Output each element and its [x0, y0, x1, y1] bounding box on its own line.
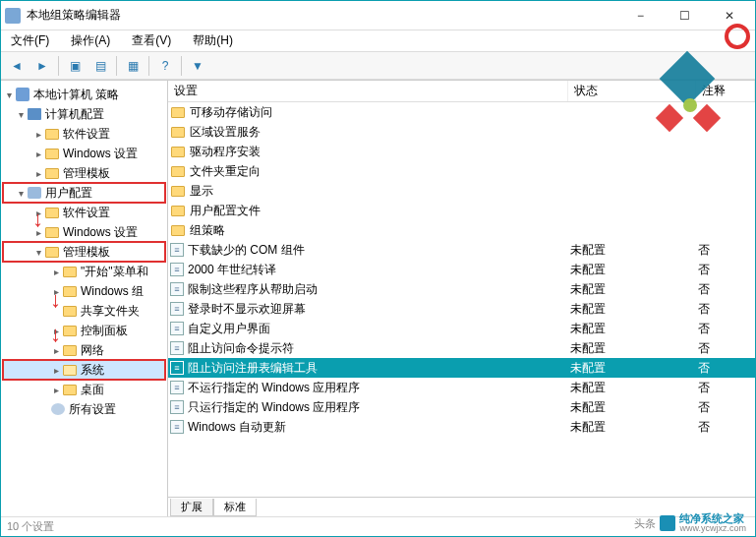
list-setting-row[interactable]: ≡登录时不显示欢迎屏幕未配置否	[168, 299, 755, 319]
list-setting-row[interactable]: ≡阻止访问注册表编辑工具未配置否	[168, 358, 755, 378]
tree-label: 计算机配置	[45, 106, 104, 123]
row-label: 阻止访问注册表编辑工具	[188, 360, 570, 377]
list-setting-row[interactable]: ≡限制这些程序从帮助启动未配置否	[168, 279, 755, 299]
expand-icon[interactable]: ▸	[50, 365, 62, 376]
tree-start-menu[interactable]: ▸ "开始"菜单和	[3, 262, 165, 281]
list-panel: 设置 状态 注释 可移动存储访问区域设置服务驱动程序安装文件夹重定向显示用户配置…	[168, 81, 755, 516]
row-comment: 否	[698, 399, 755, 416]
expand-icon[interactable]: ▸	[50, 286, 62, 297]
folder-icon	[62, 323, 78, 338]
row-label: 组策略	[190, 222, 570, 239]
tree-computer-config[interactable]: ▾ 计算机配置	[3, 104, 165, 124]
folder-icon	[170, 203, 186, 218]
menu-file[interactable]: 文件(F)	[7, 30, 53, 51]
expand-icon[interactable]: ▾	[15, 188, 27, 199]
row-label: 下载缺少的 COM 组件	[188, 242, 570, 259]
expand-icon[interactable]: ▸	[50, 385, 62, 395]
column-comment[interactable]: 注释	[696, 81, 755, 101]
list-folder-row[interactable]: 文件夹重定向	[168, 161, 755, 181]
tree-windows-comp[interactable]: ▸ Windows 组	[3, 281, 165, 301]
row-label: 登录时不显示欢迎屏幕	[188, 301, 570, 318]
tree-system[interactable]: ▸ 系统	[3, 360, 165, 380]
row-state: 未配置	[570, 399, 698, 416]
tree-control-panel[interactable]: ▸ 控制面板	[3, 321, 165, 340]
toutiao-label: 头条	[634, 516, 656, 531]
footer-url: www.ycwjxz.com	[679, 524, 746, 533]
list-folder-row[interactable]: 用户配置文件	[168, 201, 755, 220]
list-folder-row[interactable]: 区域设置服务	[168, 122, 755, 142]
expand-icon[interactable]: ▸	[32, 227, 44, 238]
list-folder-row[interactable]: 驱动程序安装	[168, 142, 755, 161]
column-setting[interactable]: 设置	[168, 81, 568, 101]
list-folder-row[interactable]: 可移动存储访问	[168, 102, 755, 122]
expand-icon[interactable]: ▸	[50, 267, 62, 277]
row-comment: 否	[698, 380, 755, 396]
tree-uc-templates[interactable]: ▾ 管理模板	[3, 242, 165, 262]
menu-view[interactable]: 查看(V)	[128, 30, 175, 51]
properties-button[interactable]: ▦	[121, 55, 145, 77]
up-button[interactable]: ▣	[63, 55, 87, 77]
setting-icon: ≡	[170, 322, 184, 335]
setting-icon: ≡	[170, 400, 184, 414]
annotation-circle-icon	[725, 24, 750, 49]
expand-icon[interactable]: ▸	[32, 149, 44, 159]
content-area: ▾ 本地计算机 策略 ▾ 计算机配置 ▸ 软件设置 ▸ Windows 设置 ▸	[1, 80, 755, 516]
list-setting-row[interactable]: ≡自定义用户界面未配置否	[168, 319, 755, 338]
expand-icon[interactable]: ▸	[32, 129, 44, 140]
expand-icon[interactable]: ▸	[32, 208, 44, 218]
title-bar: 本地组策略编辑器 − ☐ ✕	[1, 1, 755, 30]
tree-cc-templates[interactable]: ▸ 管理模板	[3, 163, 165, 183]
tree-cc-windows[interactable]: ▸ Windows 设置	[3, 144, 165, 163]
expand-icon[interactable]: ▸	[32, 168, 44, 179]
help-button[interactable]: ?	[153, 55, 177, 77]
row-state: 未配置	[570, 301, 698, 318]
tree-shared-folders[interactable]: 共享文件夹	[3, 301, 165, 321]
expand-icon[interactable]: ▸	[50, 345, 62, 356]
list-folder-row[interactable]: 显示	[168, 181, 755, 201]
tree-uc-windows[interactable]: ▸ Windows 设置	[3, 222, 165, 242]
expand-icon[interactable]: ▾	[32, 247, 44, 258]
tree-user-config[interactable]: ▾ 用户配置	[3, 183, 165, 203]
tree-label: 管理模板	[63, 244, 110, 261]
maximize-button[interactable]: ☐	[663, 2, 707, 30]
list-setting-row[interactable]: ≡只运行指定的 Windows 应用程序未配置否	[168, 397, 755, 417]
toolbar: ◄ ► ▣ ▤ ▦ ? ▼	[1, 52, 755, 80]
menu-help[interactable]: 帮助(H)	[189, 30, 237, 51]
list-setting-row[interactable]: ≡Windows 自动更新未配置否	[168, 417, 755, 437]
list-setting-row[interactable]: ≡2000 年世纪转译未配置否	[168, 260, 755, 279]
minimize-button[interactable]: −	[618, 2, 663, 30]
tree-label: 控制面板	[81, 323, 128, 339]
row-label: 2000 年世纪转译	[188, 262, 570, 278]
filter-button[interactable]: ▼	[186, 55, 209, 77]
setting-icon: ≡	[170, 243, 184, 257]
list-setting-row[interactable]: ≡不运行指定的 Windows 应用程序未配置否	[168, 378, 755, 397]
column-state[interactable]: 状态	[568, 81, 696, 101]
tree-label: 本地计算机 策略	[33, 87, 119, 103]
tree-cc-software[interactable]: ▸ 软件设置	[3, 124, 165, 144]
expand-icon[interactable]: ▾	[15, 109, 27, 120]
tree-root[interactable]: ▾ 本地计算机 策略	[3, 85, 165, 104]
tree-network[interactable]: ▸ 网络	[3, 340, 165, 360]
list-body[interactable]: 可移动存储访问区域设置服务驱动程序安装文件夹重定向显示用户配置文件组策略≡下载缺…	[168, 102, 755, 497]
forward-button[interactable]: ►	[30, 55, 54, 77]
tab-standard[interactable]: 标准	[213, 499, 257, 516]
expand-icon[interactable]: ▸	[50, 326, 62, 336]
tab-extended[interactable]: 扩展	[170, 499, 213, 516]
expand-icon[interactable]: ▾	[3, 90, 15, 100]
folder-icon	[170, 163, 186, 179]
list-setting-row[interactable]: ≡下载缺少的 COM 组件未配置否	[168, 240, 755, 260]
tree-desktop[interactable]: ▸ 桌面	[3, 380, 165, 399]
footer-branding: 头条 纯净系统之家 www.ycwjxz.com	[634, 513, 746, 533]
list-folder-row[interactable]: 组策略	[168, 220, 755, 240]
policy-icon	[15, 87, 30, 102]
show-hide-button[interactable]: ▤	[88, 55, 112, 77]
tree-all-settings[interactable]: 所有设置	[3, 399, 165, 419]
menu-action[interactable]: 操作(A)	[67, 30, 114, 51]
list-setting-row[interactable]: ≡阻止访问命令提示符未配置否	[168, 338, 755, 358]
row-label: 显示	[190, 183, 570, 200]
tree-uc-software[interactable]: ▸ 软件设置	[3, 203, 165, 222]
back-button[interactable]: ◄	[5, 55, 29, 77]
setting-icon: ≡	[170, 420, 184, 434]
toolbar-separator	[58, 56, 59, 76]
gear-icon	[50, 401, 66, 417]
